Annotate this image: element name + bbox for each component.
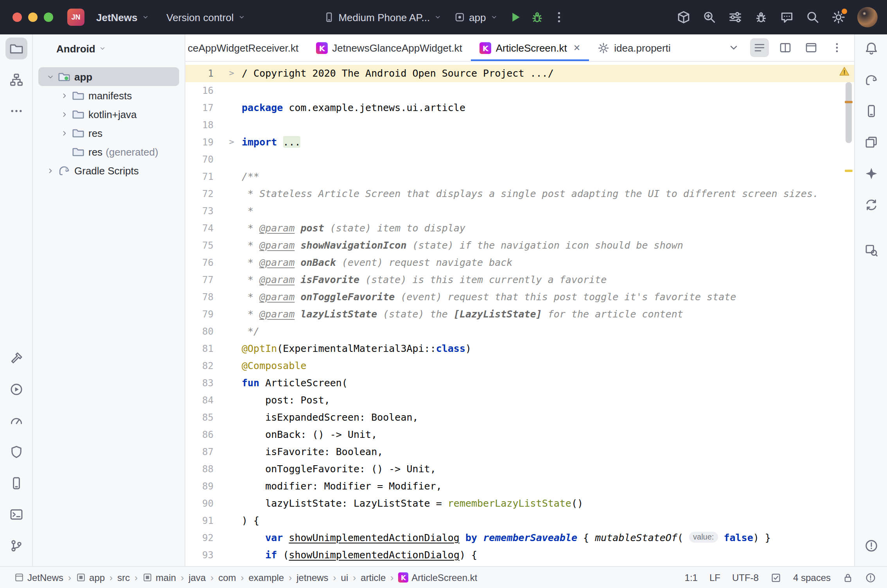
code-line[interactable]: 75 * @param showNavigationIcon (state) i… — [185, 237, 854, 254]
editor-tab-ceappwidgetreceiver-kt[interactable]: ceAppWidgetReceiver.kt — [185, 34, 307, 61]
tree-chevron-icon[interactable] — [58, 129, 70, 137]
run-tool-button[interactable] — [5, 378, 27, 400]
inspection-warning-icon[interactable] — [839, 66, 850, 77]
running-devices-tool-button[interactable] — [860, 131, 882, 153]
tree-item-app[interactable]: app — [38, 67, 179, 86]
indent-widget[interactable]: 4 spaces — [793, 572, 831, 583]
code-line[interactable]: 77 * @param isFavorite (state) is this i… — [185, 271, 854, 289]
code-line[interactable]: 86 onBack: () -> Unit, — [185, 426, 854, 443]
minimize-window-button[interactable] — [28, 13, 38, 22]
breadcrumb-item-app[interactable]: app — [76, 572, 105, 583]
fold-marker-icon[interactable]: > — [221, 65, 242, 82]
code-line[interactable]: 78 * @param onToggleFavorite (event) req… — [185, 289, 854, 306]
vcs-menu-button[interactable]: Version control — [161, 8, 251, 26]
tree-item-gradle-scripts[interactable]: Gradle Scripts — [38, 161, 179, 180]
code-line[interactable]: 91) { — [185, 512, 854, 529]
tree-item-res[interactable]: res — [38, 124, 179, 142]
line-separator-widget[interactable]: LF — [709, 572, 720, 583]
editor-tab-articlescreen-kt[interactable]: KArticleScreen.kt✕ — [471, 34, 589, 61]
project-menu-button[interactable]: JetNews — [91, 8, 155, 26]
logcat-tool-button[interactable] — [5, 472, 27, 494]
editor-list-button[interactable] — [750, 38, 769, 57]
tree-chevron-icon[interactable] — [44, 72, 56, 81]
code-line[interactable]: 83fun ArticleScreen( — [185, 375, 854, 392]
code-line[interactable]: 88 onToggleFavorite: () -> Unit, — [185, 461, 854, 478]
breadcrumb-item-main[interactable]: main — [142, 572, 176, 583]
open-in-window-button[interactable] — [802, 38, 821, 57]
breadcrumb-item-src[interactable]: src — [117, 572, 130, 583]
settings-button[interactable] — [828, 7, 849, 27]
code-line[interactable]: 16 — [185, 82, 854, 99]
code-line[interactable]: 17package com.example.jetnews.ui.article — [185, 99, 854, 117]
search-everywhere-button[interactable] — [803, 7, 823, 27]
breadcrumb-item-articlescreen-kt[interactable]: KArticleScreen.kt — [398, 572, 477, 583]
project-structure-button[interactable] — [673, 7, 694, 27]
more-tool-windows-tool-button[interactable] — [5, 100, 27, 122]
run-button[interactable] — [505, 7, 525, 27]
code-line[interactable]: 84 post: Post, — [185, 392, 854, 409]
code-line[interactable]: 70 — [185, 151, 854, 168]
fold-marker-icon[interactable]: > — [221, 134, 242, 151]
debugger-button[interactable] — [751, 7, 771, 27]
ai-assistant-button[interactable] — [777, 7, 797, 27]
close-window-button[interactable] — [13, 13, 22, 22]
code-line[interactable]: 79 * @param lazyListState (state) the [L… — [185, 306, 854, 323]
code-line[interactable]: 82@Composable — [185, 357, 854, 375]
encoding-widget[interactable]: UTF-8 — [732, 572, 759, 583]
code-line[interactable]: 80 */ — [185, 323, 854, 340]
breadcrumb-item-example[interactable]: example — [249, 572, 284, 583]
device-selector-button[interactable]: Medium Phone AP... — [318, 8, 447, 26]
code-line[interactable]: 73 * — [185, 203, 854, 220]
code-line[interactable]: 92 var showUnimplementedActionDialog by … — [185, 529, 854, 547]
debug-button[interactable] — [527, 7, 547, 27]
app-inspection-tool-button[interactable] — [860, 194, 882, 216]
code-line[interactable]: 81@OptIn(ExperimentalMaterial3Api::class… — [185, 340, 854, 357]
code-line[interactable]: 89 modifier: Modifier = Modifier, — [185, 478, 854, 495]
hidden-tabs-button[interactable] — [724, 38, 743, 57]
status-problems-icon[interactable] — [865, 572, 876, 583]
zoom-window-button[interactable] — [44, 13, 53, 22]
code-line[interactable]: 19>import ... — [185, 134, 854, 151]
profiler-tool-button[interactable] — [5, 410, 27, 432]
more-run-options-button[interactable] — [549, 7, 569, 27]
terminal-tool-button[interactable] — [5, 504, 27, 525]
code-line[interactable]: 76 * @param onBack (event) request navig… — [185, 254, 854, 271]
code-line[interactable]: 74 * @param post (state) item to display — [185, 220, 854, 237]
breadcrumb-item-java[interactable]: java — [189, 572, 206, 583]
view-options-button[interactable] — [725, 7, 745, 27]
structure-tool-button[interactable] — [5, 69, 27, 91]
gradle-tool-button[interactable] — [860, 69, 882, 91]
tree-chevron-icon[interactable] — [44, 166, 56, 175]
editor-scrollbar[interactable] — [846, 82, 852, 143]
avatar[interactable] — [857, 7, 878, 27]
breadcrumb-item-com[interactable]: com — [218, 572, 236, 583]
editor-tab-jetnewsglanceappwidget-kt[interactable]: KJetnewsGlanceAppWidget.kt — [307, 34, 470, 61]
gemini-tool-button[interactable] — [860, 163, 882, 185]
code-line[interactable]: 90 lazyListState: LazyListState = rememb… — [185, 495, 854, 512]
stripe-warning-mark[interactable] — [845, 101, 853, 103]
code-line[interactable]: 1>/ Copyright 2020 The Android Open Sour… — [185, 65, 854, 82]
code-line[interactable]: 87 isFavorite: Boolean, — [185, 443, 854, 461]
tree-chevron-icon[interactable] — [58, 110, 70, 118]
editor-more-button[interactable] — [828, 38, 846, 57]
code-line[interactable]: 71/** — [185, 168, 854, 185]
breadcrumb-item-article[interactable]: article — [361, 572, 386, 583]
device-manager-tool-button[interactable] — [860, 100, 882, 122]
version-control-tool-button[interactable] — [5, 535, 27, 557]
code-line[interactable]: 93 if (showUnimplementedActionDialog) { — [185, 547, 854, 564]
run-config-button[interactable]: app — [449, 8, 503, 26]
lock-icon[interactable] — [842, 572, 853, 583]
editor-tab-idea-properti[interactable]: idea.properti — [589, 34, 679, 61]
problems-tool-button[interactable] — [860, 535, 882, 557]
code-line[interactable]: 85 isExpandedScreen: Boolean, — [185, 409, 854, 426]
breadcrumb-item-jetnews[interactable]: JetNews — [14, 572, 63, 583]
breadcrumb-item-jetnews[interactable]: jetnews — [296, 572, 328, 583]
tree-item-manifests[interactable]: manifests — [38, 86, 179, 105]
caret-position-widget[interactable]: 1:1 — [685, 572, 698, 583]
breadcrumb-item-ui[interactable]: ui — [341, 572, 348, 583]
layout-inspector-tool-button[interactable] — [860, 239, 882, 261]
close-tab-icon[interactable]: ✕ — [573, 43, 580, 53]
code-line[interactable]: 72 * Stateless Article Screen that displ… — [185, 185, 854, 203]
project-tool-button[interactable] — [5, 38, 27, 59]
code-line[interactable]: 18 — [185, 117, 854, 134]
